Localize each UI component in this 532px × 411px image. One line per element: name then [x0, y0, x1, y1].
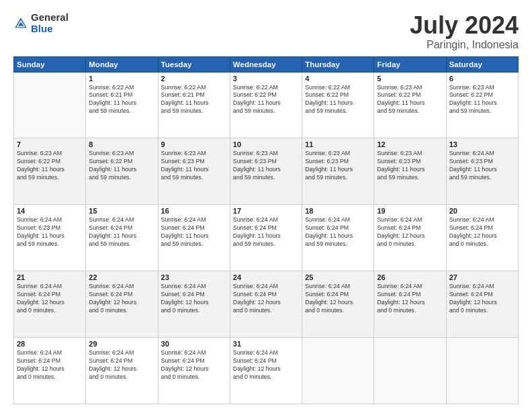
cell-content-13: Sunrise: 6:24 AM Sunset: 6:23 PM Dayligh…	[449, 150, 515, 182]
cell-week2-day1: 8Sunrise: 6:23 AM Sunset: 6:22 PM Daylig…	[86, 138, 158, 205]
cell-week3-day2: 16Sunrise: 6:24 AM Sunset: 6:24 PM Dayli…	[158, 205, 230, 271]
cell-content-11: Sunrise: 6:23 AM Sunset: 6:23 PM Dayligh…	[305, 150, 371, 182]
cell-content-28: Sunrise: 6:24 AM Sunset: 6:24 PM Dayligh…	[17, 349, 83, 381]
header-friday: Friday	[374, 56, 446, 72]
cell-week2-day6: 13Sunrise: 6:24 AM Sunset: 6:23 PM Dayli…	[446, 138, 518, 205]
header-wednesday: Wednesday	[230, 56, 302, 72]
day-number-20: 20	[449, 207, 515, 215]
title-area: July 2024 Paringin, Indonesia	[410, 12, 519, 51]
cell-week2-day4: 11Sunrise: 6:23 AM Sunset: 6:23 PM Dayli…	[302, 138, 374, 205]
cell-content-16: Sunrise: 6:24 AM Sunset: 6:24 PM Dayligh…	[161, 216, 227, 248]
day-number-1: 1	[89, 75, 154, 83]
day-number-26: 26	[377, 273, 443, 281]
day-number-4: 4	[305, 75, 371, 83]
cell-week1-day1: 1Sunrise: 6:22 AM Sunset: 6:21 PM Daylig…	[86, 72, 158, 138]
cell-content-30: Sunrise: 6:24 AM Sunset: 6:24 PM Dayligh…	[161, 349, 227, 381]
cell-content-1: Sunrise: 6:22 AM Sunset: 6:21 PM Dayligh…	[89, 84, 154, 116]
cell-content-10: Sunrise: 6:23 AM Sunset: 6:23 PM Dayligh…	[233, 150, 299, 182]
cell-content-27: Sunrise: 6:24 AM Sunset: 6:24 PM Dayligh…	[449, 283, 515, 315]
cell-content-23: Sunrise: 6:24 AM Sunset: 6:24 PM Dayligh…	[161, 283, 227, 315]
cell-content-21: Sunrise: 6:24 AM Sunset: 6:24 PM Dayligh…	[17, 283, 83, 315]
day-number-29: 29	[89, 340, 154, 348]
cell-week1-day5: 5Sunrise: 6:23 AM Sunset: 6:22 PM Daylig…	[374, 72, 446, 138]
day-number-9: 9	[161, 140, 227, 148]
cell-week5-day6	[446, 338, 518, 404]
cell-week3-day4: 18Sunrise: 6:24 AM Sunset: 6:24 PM Dayli…	[302, 205, 374, 271]
day-number-23: 23	[161, 273, 227, 281]
cell-week2-day3: 10Sunrise: 6:23 AM Sunset: 6:23 PM Dayli…	[230, 138, 302, 205]
cell-content-7: Sunrise: 6:23 AM Sunset: 6:22 PM Dayligh…	[17, 150, 83, 182]
cell-content-22: Sunrise: 6:24 AM Sunset: 6:24 PM Dayligh…	[89, 283, 154, 315]
day-number-6: 6	[449, 75, 515, 83]
cell-week4-day2: 23Sunrise: 6:24 AM Sunset: 6:24 PM Dayli…	[158, 271, 230, 338]
day-number-10: 10	[233, 140, 299, 148]
day-number-8: 8	[89, 140, 154, 148]
logo: General Blue	[13, 12, 69, 34]
cell-content-9: Sunrise: 6:23 AM Sunset: 6:23 PM Dayligh…	[161, 150, 227, 182]
day-number-21: 21	[17, 273, 83, 281]
day-number-2: 2	[161, 75, 227, 83]
day-number-13: 13	[449, 140, 515, 148]
page: General Blue July 2024 Paringin, Indones…	[0, 0, 532, 411]
day-number-16: 16	[161, 207, 227, 215]
cell-week5-day5	[374, 338, 446, 404]
logo-blue-text: Blue	[31, 24, 69, 35]
header-sunday: Sunday	[14, 56, 86, 72]
cell-week4-day1: 22Sunrise: 6:24 AM Sunset: 6:24 PM Dayli…	[86, 271, 158, 338]
month-title: July 2024	[410, 12, 519, 39]
cell-week4-day6: 27Sunrise: 6:24 AM Sunset: 6:24 PM Dayli…	[446, 271, 518, 338]
cell-content-25: Sunrise: 6:24 AM Sunset: 6:24 PM Dayligh…	[305, 283, 371, 315]
cell-week5-day1: 29Sunrise: 6:24 AM Sunset: 6:24 PM Dayli…	[86, 338, 158, 404]
cell-content-5: Sunrise: 6:23 AM Sunset: 6:22 PM Dayligh…	[377, 84, 443, 116]
day-number-22: 22	[89, 273, 154, 281]
cell-week4-day5: 26Sunrise: 6:24 AM Sunset: 6:24 PM Dayli…	[374, 271, 446, 338]
week-row-4: 21Sunrise: 6:24 AM Sunset: 6:24 PM Dayli…	[14, 271, 519, 338]
cell-week3-day1: 15Sunrise: 6:24 AM Sunset: 6:24 PM Dayli…	[86, 205, 158, 271]
header-monday: Monday	[86, 56, 158, 72]
cell-week4-day0: 21Sunrise: 6:24 AM Sunset: 6:24 PM Dayli…	[14, 271, 86, 338]
cell-week1-day4: 4Sunrise: 6:22 AM Sunset: 6:22 PM Daylig…	[302, 72, 374, 138]
week-row-5: 28Sunrise: 6:24 AM Sunset: 6:24 PM Dayli…	[14, 338, 519, 404]
cell-content-31: Sunrise: 6:24 AM Sunset: 6:24 PM Dayligh…	[233, 349, 299, 381]
cell-content-3: Sunrise: 6:22 AM Sunset: 6:22 PM Dayligh…	[233, 84, 299, 116]
cell-week3-day3: 17Sunrise: 6:24 AM Sunset: 6:24 PM Dayli…	[230, 205, 302, 271]
cell-content-18: Sunrise: 6:24 AM Sunset: 6:24 PM Dayligh…	[305, 216, 371, 248]
day-number-5: 5	[377, 75, 443, 83]
day-number-30: 30	[161, 340, 227, 348]
cell-content-6: Sunrise: 6:23 AM Sunset: 6:22 PM Dayligh…	[449, 84, 515, 116]
header-tuesday: Tuesday	[158, 56, 230, 72]
cell-week1-day6: 6Sunrise: 6:23 AM Sunset: 6:22 PM Daylig…	[446, 72, 518, 138]
week-row-1: 1Sunrise: 6:22 AM Sunset: 6:21 PM Daylig…	[14, 72, 519, 138]
cell-week4-day4: 25Sunrise: 6:24 AM Sunset: 6:24 PM Dayli…	[302, 271, 374, 338]
cell-content-8: Sunrise: 6:23 AM Sunset: 6:22 PM Dayligh…	[89, 150, 154, 182]
cell-week1-day3: 3Sunrise: 6:22 AM Sunset: 6:22 PM Daylig…	[230, 72, 302, 138]
header-saturday: Saturday	[446, 56, 518, 72]
cell-content-26: Sunrise: 6:24 AM Sunset: 6:24 PM Dayligh…	[377, 283, 443, 315]
cell-week5-day2: 30Sunrise: 6:24 AM Sunset: 6:24 PM Dayli…	[158, 338, 230, 404]
logo-text: General Blue	[31, 12, 69, 34]
cell-content-12: Sunrise: 6:23 AM Sunset: 6:23 PM Dayligh…	[377, 150, 443, 182]
cell-week2-day0: 7Sunrise: 6:23 AM Sunset: 6:22 PM Daylig…	[14, 138, 86, 205]
cell-content-15: Sunrise: 6:24 AM Sunset: 6:24 PM Dayligh…	[89, 216, 154, 248]
day-number-25: 25	[305, 273, 371, 281]
cell-content-2: Sunrise: 6:22 AM Sunset: 6:21 PM Dayligh…	[161, 84, 227, 116]
cell-content-17: Sunrise: 6:24 AM Sunset: 6:24 PM Dayligh…	[233, 216, 299, 248]
cell-content-4: Sunrise: 6:22 AM Sunset: 6:22 PM Dayligh…	[305, 84, 371, 116]
logo-icon	[13, 16, 28, 31]
cell-content-24: Sunrise: 6:24 AM Sunset: 6:24 PM Dayligh…	[233, 283, 299, 315]
cell-week1-day2: 2Sunrise: 6:22 AM Sunset: 6:21 PM Daylig…	[158, 72, 230, 138]
cell-week4-day3: 24Sunrise: 6:24 AM Sunset: 6:24 PM Dayli…	[230, 271, 302, 338]
cell-content-20: Sunrise: 6:24 AM Sunset: 6:24 PM Dayligh…	[449, 216, 515, 248]
week-row-3: 14Sunrise: 6:24 AM Sunset: 6:23 PM Dayli…	[14, 205, 519, 271]
cell-content-14: Sunrise: 6:24 AM Sunset: 6:23 PM Dayligh…	[17, 216, 83, 248]
day-number-28: 28	[17, 340, 83, 348]
cell-week5-day4	[302, 338, 374, 404]
day-number-31: 31	[233, 340, 299, 348]
header: General Blue July 2024 Paringin, Indones…	[13, 12, 519, 51]
cell-week3-day0: 14Sunrise: 6:24 AM Sunset: 6:23 PM Dayli…	[14, 205, 86, 271]
cell-week2-day5: 12Sunrise: 6:23 AM Sunset: 6:23 PM Dayli…	[374, 138, 446, 205]
day-number-7: 7	[17, 140, 83, 148]
day-number-24: 24	[233, 273, 299, 281]
week-row-2: 7Sunrise: 6:23 AM Sunset: 6:22 PM Daylig…	[14, 138, 519, 205]
cell-week5-day0: 28Sunrise: 6:24 AM Sunset: 6:24 PM Dayli…	[14, 338, 86, 404]
